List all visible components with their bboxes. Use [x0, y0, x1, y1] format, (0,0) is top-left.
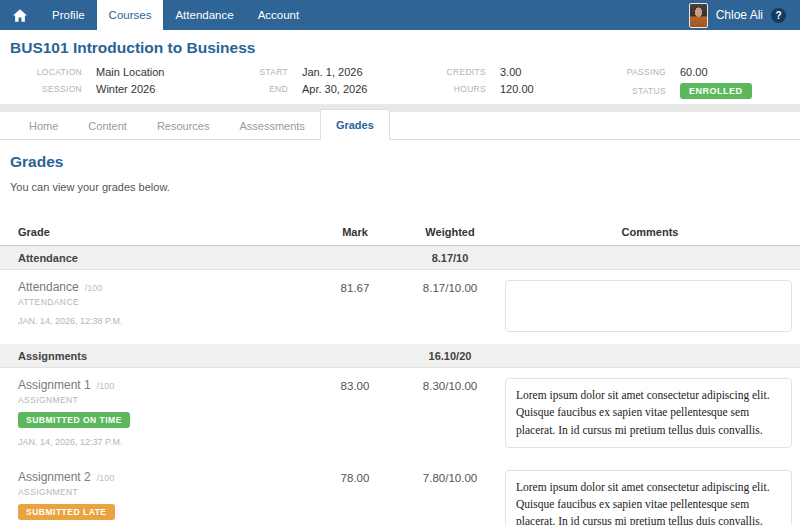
- course-info-group-location: Location Main Location Session Winter 20…: [20, 66, 165, 95]
- section-name: Attendance: [0, 252, 310, 264]
- grade-item-mark: 78.00: [310, 470, 400, 525]
- column-header-mark: Mark: [310, 226, 400, 238]
- session-value: Winter 2026: [96, 83, 165, 95]
- page-title: Grades: [10, 153, 800, 171]
- nav-item-attendance[interactable]: Attendance: [163, 0, 245, 30]
- end-label: End: [226, 84, 288, 94]
- nav-item-courses[interactable]: Courses: [97, 0, 164, 30]
- home-icon: [13, 9, 27, 22]
- column-header-weighted: Weighted: [400, 226, 500, 238]
- section-name: Assignments: [0, 350, 310, 362]
- course-title: BUS101 Introduction to Business: [10, 39, 790, 57]
- grades-table: Grade Mark Weighted Comments Attendance …: [0, 220, 800, 525]
- column-header-grade: Grade: [0, 226, 310, 238]
- page-subtitle: You can view your grades below.: [10, 181, 800, 193]
- passing-label: Passing: [604, 67, 666, 77]
- grade-item-type: Assignment: [18, 487, 310, 497]
- submitted-late-badge: Submitted late: [18, 504, 115, 520]
- grade-row-assignment-1: Assignment 1 /100 Assignment Submitted o…: [0, 368, 800, 460]
- tab-assessments[interactable]: Assessments: [224, 113, 319, 139]
- header-divider: [0, 104, 800, 112]
- help-icon[interactable]: ?: [771, 8, 786, 23]
- credits-label: Credits: [424, 67, 486, 77]
- nav-item-account[interactable]: Account: [246, 0, 312, 30]
- grade-item-weighted: 8.17/10.00: [400, 280, 500, 332]
- grade-item-type: Attendance: [18, 297, 310, 307]
- grade-item-title: Assignment 1: [18, 378, 91, 392]
- grade-item-weighted: 8.30/10.00: [400, 378, 500, 448]
- course-info-group-dates: Start Jan. 1, 2026 End Apr. 30, 2026: [226, 66, 367, 95]
- comment-box: [505, 280, 792, 332]
- hours-label: Hours: [424, 84, 486, 94]
- end-value: Apr. 30, 2026: [302, 83, 367, 95]
- comment-box: Lorem ipsum dolor sit amet consectetur a…: [505, 470, 792, 525]
- nav-item-profile[interactable]: Profile: [40, 0, 97, 30]
- status-label: Status: [604, 86, 666, 96]
- column-header-comments: Comments: [500, 226, 800, 238]
- tab-resources[interactable]: Resources: [142, 113, 225, 139]
- user-name[interactable]: Chloe Ali: [716, 8, 763, 22]
- hours-value: 120.00: [500, 83, 534, 95]
- status-badge: ENROLLED: [680, 83, 752, 99]
- top-navbar: Profile Courses Attendance Account Chloe…: [0, 0, 800, 30]
- grade-item-mark: 83.00: [310, 378, 400, 448]
- tab-content[interactable]: Content: [73, 113, 142, 139]
- grade-item-date: Jan. 14, 2026, 12:37 P.M.: [18, 437, 310, 447]
- tab-grades[interactable]: Grades: [320, 109, 390, 140]
- course-info-group-credits: Credits 3.00 Hours 120.00: [424, 66, 534, 95]
- grade-row-assignment-2: Assignment 2 /100 Assignment Submitted l…: [0, 460, 800, 525]
- grade-item-weighted: 7.80/10.00: [400, 470, 500, 525]
- start-value: Jan. 1, 2026: [302, 66, 367, 78]
- section-row-attendance: Attendance 8.17/10: [0, 246, 800, 270]
- location-value: Main Location: [96, 66, 165, 78]
- user-avatar[interactable]: [689, 3, 708, 28]
- course-info-group-status: Passing 60.00 Status ENROLLED: [604, 66, 752, 99]
- passing-value: 60.00: [680, 66, 752, 78]
- submitted-on-time-badge: Submitted on time: [18, 412, 130, 428]
- grades-panel: Grades You can view your grades below. G…: [0, 140, 800, 525]
- course-tabbar: Home Content Resources Assessments Grade…: [0, 112, 800, 140]
- grade-item-date: Jan. 14, 2026, 12:38 P.M.: [18, 316, 310, 326]
- section-weighted-total: 8.17/10: [400, 252, 500, 264]
- grade-item-outof: /100: [85, 283, 103, 293]
- section-row-assignments: Assignments 16.10/20: [0, 344, 800, 368]
- start-label: Start: [226, 67, 288, 77]
- table-header-row: Grade Mark Weighted Comments: [0, 220, 800, 246]
- home-nav-button[interactable]: [0, 0, 40, 30]
- course-header: BUS101 Introduction to Business Location…: [0, 30, 800, 104]
- grade-item-outof: /100: [97, 381, 115, 391]
- tab-home[interactable]: Home: [14, 113, 73, 139]
- comment-box: Lorem ipsum dolor sit amet consectetur a…: [505, 378, 792, 448]
- grade-item-type: Assignment: [18, 395, 310, 405]
- credits-value: 3.00: [500, 66, 534, 78]
- grade-item-mark: 81.67: [310, 280, 400, 332]
- grade-row-attendance: Attendance /100 Attendance Jan. 14, 2026…: [0, 270, 800, 344]
- location-label: Location: [20, 67, 82, 77]
- session-label: Session: [20, 84, 82, 94]
- section-weighted-total: 16.10/20: [400, 350, 500, 362]
- grade-item-outof: /100: [97, 473, 115, 483]
- grade-item-title: Attendance: [18, 280, 79, 294]
- grade-item-title: Assignment 2: [18, 470, 91, 484]
